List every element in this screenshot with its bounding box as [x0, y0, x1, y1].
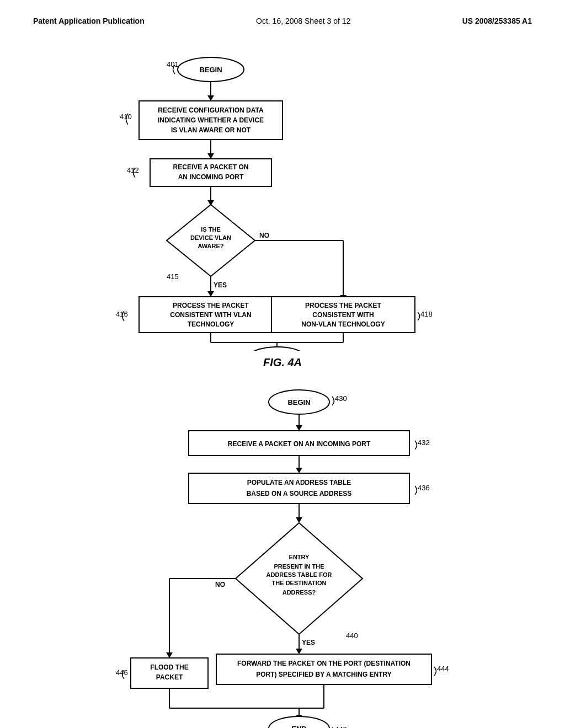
- fig4a-container: BEGIN 401 RECEIVE CONFIGURATION DATA IND…: [33, 42, 532, 369]
- svg-marker-26: [207, 291, 214, 297]
- svg-text:NO: NO: [215, 581, 225, 588]
- fig4b-svg: BEGIN 430 RECEIVE A PACKET ON AN INCOMIN…: [34, 380, 531, 728]
- svg-text:FLOOD THE: FLOOD THE: [150, 663, 188, 671]
- fig4a-svg: BEGIN 401 RECEIVE CONFIGURATION DATA IND…: [34, 42, 531, 351]
- svg-marker-64: [236, 523, 363, 634]
- svg-text:PORT) SPECIFIED BY A MATCHING : PORT) SPECIFIED BY A MATCHING ENTRY: [256, 671, 392, 678]
- header-date-sheet: Oct. 16, 2008 Sheet 3 of 12: [256, 17, 350, 25]
- svg-marker-77: [166, 652, 173, 658]
- svg-text:IS VLAN AWARE OR NOT: IS VLAN AWARE OR NOT: [171, 126, 251, 134]
- svg-text:YES: YES: [302, 639, 315, 646]
- svg-text:CONSISTENT WITH: CONSISTENT WITH: [312, 311, 374, 319]
- svg-text:449: 449: [335, 725, 347, 728]
- svg-text:436: 436: [418, 484, 430, 492]
- svg-text:401: 401: [167, 60, 179, 68]
- svg-text:DEVICE VLAN: DEVICE VLAN: [190, 234, 231, 241]
- svg-text:PACKET: PACKET: [156, 673, 183, 681]
- svg-text:BEGIN: BEGIN: [199, 66, 222, 74]
- svg-text:BEGIN: BEGIN: [287, 398, 310, 406]
- svg-text:416: 416: [116, 310, 128, 318]
- svg-text:END: END: [291, 725, 306, 728]
- svg-marker-74: [296, 649, 302, 654]
- svg-text:RECEIVE A PACKET ON AN INCOMIN: RECEIVE A PACKET ON AN INCOMING PORT: [228, 440, 371, 448]
- svg-text:ADDRESS TABLE FOR: ADDRESS TABLE FOR: [266, 571, 332, 578]
- svg-text:NON-VLAN TECHNOLOGY: NON-VLAN TECHNOLOGY: [301, 320, 385, 328]
- svg-text:NO: NO: [259, 232, 269, 239]
- svg-text:TECHNOLOGY: TECHNOLOGY: [188, 320, 234, 328]
- svg-point-45: [247, 347, 307, 351]
- svg-text:YES: YES: [214, 281, 227, 289]
- svg-text:446: 446: [116, 668, 128, 677]
- svg-marker-57: [296, 468, 302, 473]
- svg-text:BASED ON A SOURCE ADDRESS: BASED ON A SOURCE ADDRESS: [247, 490, 352, 497]
- svg-text:THE DESTINATION: THE DESTINATION: [272, 580, 327, 586]
- svg-text:430: 430: [335, 394, 347, 403]
- svg-text:FORWARD THE PACKET ON THE PORT: FORWARD THE PACKET ON THE PORT (DESTINAT…: [237, 660, 411, 667]
- svg-text:AN INCOMING PORT: AN INCOMING PORT: [178, 173, 244, 181]
- header-patent-number: US 2008/253385 A1: [462, 17, 532, 25]
- svg-text:415: 415: [167, 272, 179, 281]
- svg-marker-11: [207, 153, 214, 159]
- svg-text:POPULATE AN ADDRESS TABLE: POPULATE AN ADDRESS TABLE: [247, 479, 351, 486]
- svg-text:ADDRESS?: ADDRESS?: [282, 589, 316, 596]
- svg-rect-58: [189, 473, 409, 504]
- svg-text:AWARE?: AWARE?: [198, 243, 223, 249]
- page: Patent Application Publication Oct. 16, …: [0, 0, 565, 728]
- svg-marker-52: [296, 425, 302, 431]
- svg-rect-82: [216, 654, 431, 684]
- fig4a-label: FIG. 4A: [263, 356, 302, 369]
- svg-marker-4: [207, 95, 214, 101]
- svg-text:IS THE: IS THE: [201, 226, 220, 233]
- svg-text:440: 440: [346, 631, 358, 640]
- svg-text:PROCESS THE PACKET: PROCESS THE PACKET: [173, 302, 249, 309]
- svg-text:444: 444: [437, 665, 449, 673]
- svg-text:PROCESS THE PACKET: PROCESS THE PACKET: [305, 302, 381, 309]
- svg-marker-63: [296, 517, 302, 523]
- svg-text:PRESENT IN THE: PRESENT IN THE: [274, 563, 324, 570]
- header-publication: Patent Application Publication: [33, 17, 145, 25]
- svg-text:INDICATING WHETHER A DEVICE: INDICATING WHETHER A DEVICE: [158, 116, 264, 124]
- svg-text:ENTRY: ENTRY: [289, 554, 310, 560]
- svg-text:RECEIVE CONFIGURATION DATA: RECEIVE CONFIGURATION DATA: [158, 106, 264, 114]
- svg-text:432: 432: [418, 438, 430, 447]
- svg-text:RECEIVE A PACKET ON: RECEIVE A PACKET ON: [173, 163, 249, 171]
- svg-text:CONSISTENT WITH VLAN: CONSISTENT WITH VLAN: [170, 311, 251, 319]
- svg-text:418: 418: [420, 310, 433, 318]
- fig4b-container: BEGIN 430 RECEIVE A PACKET ON AN INCOMIN…: [33, 380, 532, 728]
- page-header: Patent Application Publication Oct. 16, …: [33, 17, 532, 25]
